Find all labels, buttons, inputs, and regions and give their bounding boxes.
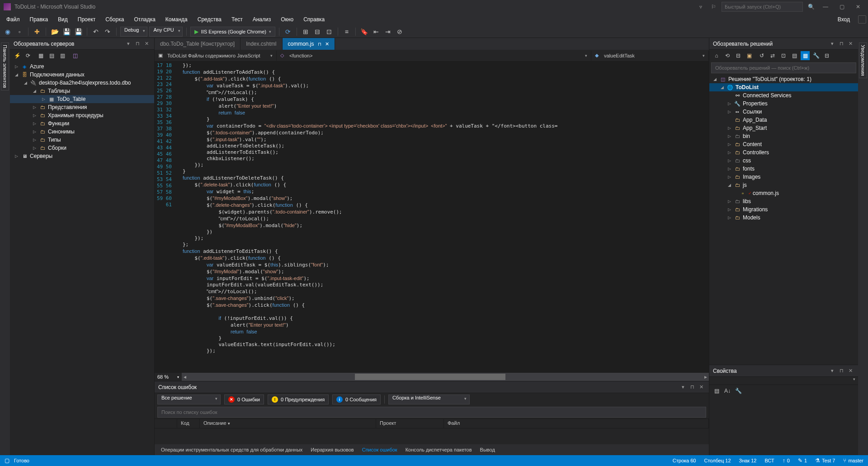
se-icon-4[interactable]: ▤ (47, 51, 56, 60)
tree-funcs[interactable]: ▷🗀Функции (10, 119, 154, 128)
forward-icon[interactable]: ◦ (14, 27, 24, 37)
tree-todo-table[interactable]: ▷▦ToDo_Table (10, 95, 154, 103)
panel-dropdown-icon[interactable]: ▾ (124, 40, 132, 48)
col-icon[interactable] (155, 419, 177, 428)
tb-icon-1[interactable]: ⊞ (301, 27, 311, 37)
tree-servers[interactable]: ▷🖥Серверы (10, 152, 154, 160)
tab-output[interactable]: Вывод (476, 446, 499, 454)
menu-build[interactable]: Сборка (101, 14, 128, 24)
se-home-icon[interactable]: ⌂ (712, 51, 721, 60)
menu-debug[interactable]: Отладка (129, 14, 160, 24)
tree-azure[interactable]: ▷◈Azure (10, 62, 154, 71)
nav-local-combo[interactable]: ◆valueEditTask▾ (591, 51, 709, 61)
menu-project[interactable]: Проект (73, 14, 100, 24)
errors-filter[interactable]: ✕0 Ошибки (224, 395, 264, 404)
se-icon-8[interactable]: ▤ (790, 51, 799, 60)
se-libs[interactable]: ▷🗀libs (709, 197, 858, 205)
menu-window[interactable]: Окно (276, 14, 298, 24)
status-line[interactable]: Строка 60 (673, 458, 696, 463)
prop-cat-icon[interactable]: ▤ (712, 386, 721, 395)
status-ins[interactable]: ВСТ (764, 458, 774, 463)
tab-dbo-table[interactable]: dbo.ToDo_Table [Конструктор] (155, 38, 241, 50)
se-icon-6[interactable]: ⇄ (768, 51, 777, 60)
se-css[interactable]: ▷🗀css (709, 157, 858, 165)
se-props-icon[interactable]: 🔧 (811, 51, 821, 60)
menu-test[interactable]: Тест (227, 14, 247, 24)
status-char[interactable]: Знак 12 (739, 458, 757, 463)
menu-tools[interactable]: Средства (193, 14, 226, 24)
tree-types[interactable]: ▷🗀Типы (10, 136, 154, 144)
panel-pin-icon[interactable]: ⊓ (133, 40, 142, 48)
tree-synonyms[interactable]: ▷🗀Синонимы (10, 128, 154, 136)
panel-dropdown-icon[interactable]: ▾ (679, 383, 687, 391)
panel-close-icon[interactable]: ✕ (142, 40, 151, 48)
redo-icon[interactable]: ↷ (103, 27, 113, 37)
minimize-button[interactable]: — (819, 2, 832, 11)
quick-launch-input[interactable] (722, 2, 803, 12)
tb-icon-2[interactable]: ⊟ (312, 27, 322, 37)
error-search-input[interactable] (157, 407, 706, 418)
tree-procs[interactable]: ▷🗀Хранимые процедуры (10, 111, 154, 119)
tb-icon-6[interactable]: ⇥ (383, 27, 393, 37)
scrollbar-thumb[interactable] (355, 374, 505, 380)
se-connect-icon[interactable]: ⚡ (13, 51, 22, 60)
build-combo[interactable]: Сборка и IntelliSense (388, 395, 470, 404)
signin-link[interactable]: Вход (833, 14, 854, 24)
menu-help[interactable]: Справка (299, 14, 329, 24)
open-icon[interactable]: 📂 (50, 27, 60, 37)
panel-pin-icon[interactable]: ⊓ (837, 40, 845, 48)
save-icon[interactable]: 💾 (61, 27, 71, 37)
project-node[interactable]: ◢🌐ToDoList (709, 83, 858, 91)
maximize-button[interactable]: ▢ (835, 2, 848, 11)
tb-icon-4[interactable]: ≡ (342, 27, 352, 37)
panel-close-icon[interactable]: ✕ (697, 383, 705, 391)
save-all-icon[interactable]: 💾 (73, 27, 83, 37)
se-models[interactable]: ▷🗀Models (709, 214, 858, 222)
tab-package-console[interactable]: Консоль диспетчера пакетов (402, 446, 476, 454)
se-icon-6[interactable]: ◫ (71, 51, 80, 60)
menu-file[interactable]: Файл (2, 14, 24, 24)
se-content[interactable]: ▷🗀Content (709, 140, 858, 148)
tree-tables[interactable]: ◢🗀Таблицы (10, 87, 154, 95)
tree-connections[interactable]: ◢🗄Подключения данных (10, 71, 154, 79)
panel-pin-icon[interactable]: ⊓ (688, 383, 696, 391)
horizontal-scrollbar[interactable] (194, 374, 696, 380)
tb-icon-3[interactable]: ⊡ (324, 27, 334, 37)
zoom-combo[interactable]: 68 %▾ (155, 373, 182, 381)
se-icon-3[interactable]: ▦ (36, 51, 45, 60)
menu-team[interactable]: Команда (161, 14, 192, 24)
menu-edit[interactable]: Правка (25, 14, 53, 24)
panel-close-icon[interactable]: ✕ (846, 40, 854, 48)
tree-views[interactable]: ▷🗀Представления (10, 103, 154, 111)
menu-analyze[interactable]: Анализ (248, 14, 276, 24)
se-collapse-icon[interactable]: ⊟ (734, 51, 743, 60)
se-migrations[interactable]: ▷🗀Migrations (709, 205, 858, 214)
tab-common-js[interactable]: common.js⊓✕ (283, 38, 335, 50)
browser-refresh-icon[interactable]: ⟳ (283, 27, 293, 37)
se-showall-icon[interactable]: ▣ (745, 51, 754, 60)
se-icon-7[interactable]: ⊡ (779, 51, 788, 60)
new-item-icon[interactable]: ✚ (32, 27, 42, 37)
panel-dropdown-icon[interactable]: ▾ (828, 367, 836, 375)
search-icon[interactable]: 🔍 (807, 2, 816, 11)
bookmark-icon[interactable]: 🔖 (359, 27, 369, 37)
scope-combo[interactable]: Все решение (157, 395, 221, 404)
scroll-left-icon[interactable]: ◂ (182, 374, 188, 380)
panel-pin-icon[interactable]: ⊓ (837, 367, 845, 375)
solution-node[interactable]: ◢◫Решение "ToDoList" (проектов: 1) (709, 75, 858, 83)
warnings-filter[interactable]: !0 Предупреждения (268, 395, 329, 404)
se-common-js[interactable]: ▫✓common.js (709, 189, 858, 197)
notifications-icon[interactable]: ⚐ (709, 2, 718, 11)
tb-icon-5[interactable]: ⇤ (371, 27, 381, 37)
tab-call-hierarchy[interactable]: Иерархия вызовов (307, 446, 357, 454)
tab-error-list[interactable]: Список ошибок (359, 446, 401, 454)
col-project[interactable]: Проект (376, 419, 444, 428)
se-controllers[interactable]: ▷🗀Controllers (709, 148, 858, 157)
editor-body[interactable]: 17 18 19 20 21 22 23 24 25 26 27 28 29 3… (155, 62, 709, 373)
undo-icon[interactable]: ↶ (91, 27, 101, 37)
col-file[interactable]: Файл (444, 419, 709, 428)
se-icon-9[interactable]: ▦ (801, 51, 810, 60)
se-references[interactable]: ▷▪▪Ссылки (709, 108, 858, 116)
solution-search-input[interactable] (711, 62, 856, 73)
nav-member-combo[interactable]: ◇<function>▾ (277, 51, 591, 61)
